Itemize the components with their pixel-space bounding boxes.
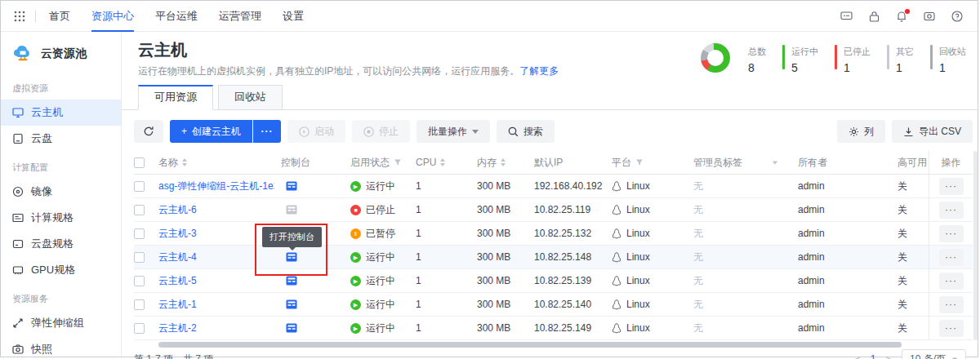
horizontal-scrollbar-thumb[interactable] (158, 342, 902, 348)
vm-name-link[interactable]: 云主机-6 (158, 203, 197, 217)
sidebar-item-cloud-disk[interactable]: 云盘 (1, 126, 121, 152)
sidebar-item-compute-spec[interactable]: 计算规格 (1, 205, 121, 231)
lock-icon[interactable] (869, 11, 880, 22)
row-actions-button[interactable]: ··· (939, 296, 964, 313)
row-actions-button[interactable]: ··· (939, 178, 964, 195)
row-actions-button[interactable]: ··· (939, 249, 964, 266)
filter-icon[interactable] (635, 158, 644, 166)
status-icon: ■ (350, 205, 361, 215)
nav-item-platform-ops[interactable]: 平台运维 (155, 1, 198, 32)
create-more-button[interactable]: ··· (253, 120, 281, 143)
sort-icon[interactable] (182, 158, 187, 166)
row-checkbox[interactable] (134, 299, 145, 310)
select-all-checkbox[interactable] (134, 157, 145, 168)
columns-button[interactable]: 列 (837, 120, 885, 143)
status-label: 运行中 (366, 250, 395, 264)
vm-name-link[interactable]: 云主机-1 (158, 298, 197, 312)
row-checkbox[interactable] (134, 205, 145, 215)
pager: < 1 > 10 条/页 (854, 349, 966, 359)
apps-grid-icon[interactable] (14, 11, 25, 22)
row-checkbox[interactable] (134, 323, 145, 334)
screen-record-icon[interactable] (924, 11, 935, 22)
console-icon[interactable] (286, 181, 297, 191)
row-checkbox[interactable] (134, 276, 145, 286)
platform-label: Linux (626, 299, 650, 310)
ip-value: 10.82.25.119 (534, 198, 612, 221)
refresh-button[interactable] (134, 120, 163, 143)
tab-recycle-bin[interactable]: 回收站 (218, 85, 283, 110)
stat-total: 总数8 (748, 43, 766, 74)
prev-page-icon[interactable]: < (854, 353, 861, 359)
sort-icon[interactable] (501, 158, 506, 166)
start-button[interactable]: 启动 (287, 120, 345, 143)
sidebar-title: 云资源池 (41, 47, 87, 61)
status-label: 运行中 (366, 274, 395, 288)
vm-name-link[interactable]: 云主机-4 (158, 250, 197, 264)
sort-icon[interactable] (440, 158, 445, 166)
compute-spec-icon (12, 212, 24, 224)
help-icon[interactable] (951, 11, 963, 22)
page-number[interactable]: 1 (871, 353, 876, 359)
tab-available-resources[interactable]: 可用资源 (138, 85, 213, 110)
owner-value: admin (798, 198, 898, 221)
gear-icon (849, 126, 859, 137)
snapshot-icon (12, 343, 24, 355)
row-checkbox[interactable] (134, 252, 145, 263)
sidebar-item-disk-spec[interactable]: 云盘规格 (1, 231, 121, 257)
vertical-scrollbar[interactable] (973, 151, 978, 340)
stop-button[interactable]: 停止 (352, 120, 410, 143)
sidebar-item-snapshot[interactable]: 快照 (1, 336, 121, 359)
ip-value: 10.82.25.140 (534, 293, 612, 316)
owner-value: admin (798, 317, 898, 339)
console-icon[interactable] (286, 299, 297, 309)
sidebar-item-cloud-host[interactable]: 云主机 (1, 100, 121, 126)
row-actions-button[interactable]: ··· (939, 320, 964, 337)
vm-name-link[interactable]: 云主机-2 (158, 321, 197, 335)
admin-tag-value: 无 (693, 222, 798, 245)
admin-tag-value: 无 (693, 293, 798, 316)
nav-item-settings[interactable]: 设置 (283, 1, 304, 32)
export-csv-button[interactable]: 导出 CSV (892, 120, 973, 143)
row-checkbox[interactable] (134, 228, 145, 239)
page-size-select[interactable]: 10 条/页 (902, 349, 966, 359)
sidebar-item-autoscaling-group[interactable]: 弹性伸缩组 (1, 310, 121, 336)
row-actions-button[interactable]: ··· (939, 202, 964, 219)
cloud-pool-icon (12, 45, 33, 63)
next-page-icon[interactable]: > (885, 353, 892, 359)
row-actions-button[interactable]: ··· (939, 273, 964, 290)
top-navbar: 首页 资源中心 平台运维 运营管理 设置 (1, 1, 978, 32)
gpu-spec-icon (12, 264, 24, 276)
row-actions-button[interactable]: ··· (939, 225, 964, 242)
sidebar-item-gpu-spec[interactable]: GPU规格 (1, 257, 121, 283)
linux-icon (612, 205, 621, 215)
console-icon[interactable] (286, 205, 297, 215)
status-icon: ▶ (350, 299, 361, 310)
batch-actions-button[interactable]: 批量操作 (416, 120, 490, 143)
learn-more-link[interactable]: 了解更多 (519, 65, 559, 77)
sidebar-item-images[interactable]: 镜像 (1, 179, 121, 205)
nav-item-resource-center[interactable]: 资源中心 (91, 1, 134, 32)
status-icon: ▶ (350, 181, 361, 192)
stat-running: 运行中5 (782, 43, 818, 74)
bell-icon[interactable] (896, 11, 907, 22)
vm-name-link[interactable]: 云主机-3 (158, 227, 197, 241)
vm-name-link[interactable]: 云主机-5 (158, 274, 197, 288)
page-title: 云主机 (138, 40, 559, 60)
filter-icon[interactable] (394, 158, 402, 166)
nav-item-home[interactable]: 首页 (49, 1, 70, 32)
platform-label: Linux (626, 180, 650, 192)
chevron-down-icon[interactable] (773, 161, 777, 164)
console-terminal-icon[interactable] (840, 11, 853, 22)
search-button[interactable]: 搜索 (497, 120, 555, 143)
nav-item-operations[interactable]: 运营管理 (219, 1, 261, 32)
console-icon[interactable] (286, 323, 297, 333)
create-vm-button[interactable]: +创建云主机 (170, 120, 252, 143)
memory-value: 300 MB (477, 222, 534, 245)
status-label: 已暂停 (366, 227, 395, 241)
vm-name-link[interactable]: asg-弹性伸缩组-云主机-1e2fc (158, 180, 274, 193)
row-checkbox[interactable] (134, 181, 145, 192)
console-icon[interactable] (286, 276, 297, 286)
console-icon[interactable] (286, 252, 297, 262)
admin-tag-value: 无 (693, 198, 798, 221)
vm-table: 名称 控制台 启用状态 CPU 内存 默认IP 平台 管理员标签 所有者 (134, 151, 973, 340)
